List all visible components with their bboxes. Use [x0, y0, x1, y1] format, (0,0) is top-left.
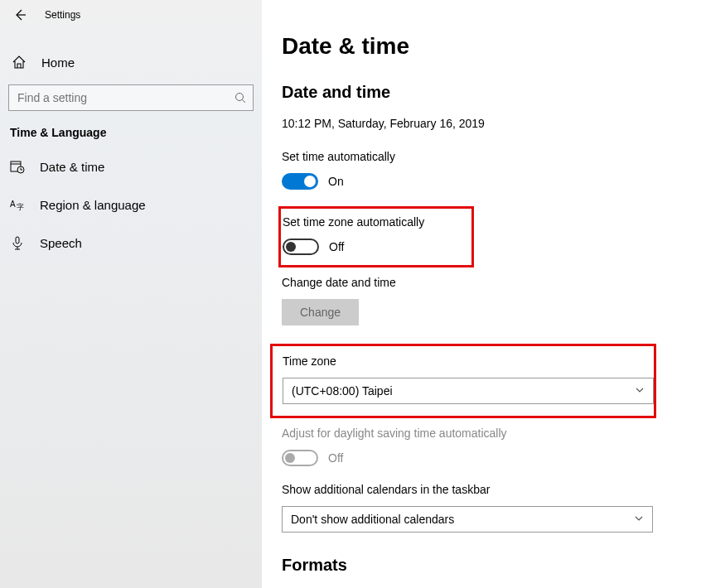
current-datetime: 10:12 PM, Saturday, February 16, 2019: [282, 117, 701, 130]
dst-row: Off: [282, 450, 701, 466]
tz-label: Time zone: [283, 354, 647, 368]
formats-title: Formats: [282, 556, 701, 575]
set-time-auto-toggle[interactable]: [282, 173, 318, 190]
search-wrap: [0, 84, 262, 111]
sidebar-item-region-language[interactable]: A字 Region & language: [0, 186, 262, 224]
set-tz-auto-state: Off: [329, 240, 344, 253]
sidebar-category: Time & Language: [0, 111, 262, 147]
dst-label: Adjust for daylight saving time automati…: [282, 427, 701, 440]
set-time-auto-label: Set time automatically: [282, 150, 701, 163]
svg-text:A: A: [10, 200, 16, 209]
page-title: Date & time: [282, 33, 701, 60]
chevron-down-icon: [634, 513, 644, 526]
sidebar-header: Settings: [0, 0, 262, 30]
language-icon: A字: [10, 197, 25, 212]
svg-point-0: [236, 94, 244, 101]
tz-dropdown[interactable]: (UTC+08:00) Taipei: [283, 378, 654, 404]
addl-cal-value: Don't show additional calendars: [291, 513, 454, 526]
set-tz-auto-row: Off: [283, 239, 463, 255]
calendar-clock-icon: [10, 159, 25, 174]
set-tz-auto-toggle[interactable]: [283, 239, 319, 255]
nav-label: Region & language: [40, 198, 146, 212]
set-tz-auto-label: Set time zone automatically: [283, 215, 463, 229]
arrow-left-icon: [13, 8, 27, 22]
microphone-icon: [10, 235, 25, 250]
svg-text:字: 字: [17, 203, 24, 211]
chevron-down-icon: [635, 384, 645, 398]
home-icon: [12, 55, 27, 70]
highlight-set-tz-auto: Set time zone automatically Off: [278, 206, 474, 267]
back-button[interactable]: [13, 8, 27, 22]
nav-label: Speech: [40, 236, 82, 250]
highlight-timezone: Time zone (UTC+08:00) Taipei: [270, 344, 656, 418]
sidebar-item-date-time[interactable]: Date & time: [0, 147, 262, 186]
change-button: Change: [282, 299, 359, 325]
nav-label: Date & time: [40, 160, 104, 174]
home-label: Home: [41, 55, 75, 70]
change-dt-label: Change date and time: [282, 276, 701, 289]
window-title: Settings: [45, 9, 80, 21]
set-time-auto-state: On: [328, 175, 344, 188]
search-input[interactable]: [9, 91, 228, 104]
set-time-auto-row: On: [282, 173, 701, 190]
sidebar-item-speech[interactable]: Speech: [0, 224, 262, 262]
main-content: Date & time Date and time 10:12 PM, Satu…: [262, 0, 701, 588]
dst-state: Off: [328, 451, 343, 465]
addl-cal-label: Show additional calendars in the taskbar: [282, 483, 701, 496]
addl-cal-dropdown[interactable]: Don't show additional calendars: [282, 506, 653, 533]
search-box[interactable]: [8, 84, 254, 111]
sidebar: Settings Home Time & Language Date & tim…: [0, 0, 262, 588]
sidebar-item-home[interactable]: Home: [0, 46, 262, 78]
dst-toggle: [282, 450, 318, 466]
svg-rect-5: [16, 237, 19, 243]
search-icon: [228, 92, 253, 104]
tz-value: (UTC+08:00) Taipei: [292, 384, 393, 398]
section-title: Date and time: [282, 83, 701, 102]
